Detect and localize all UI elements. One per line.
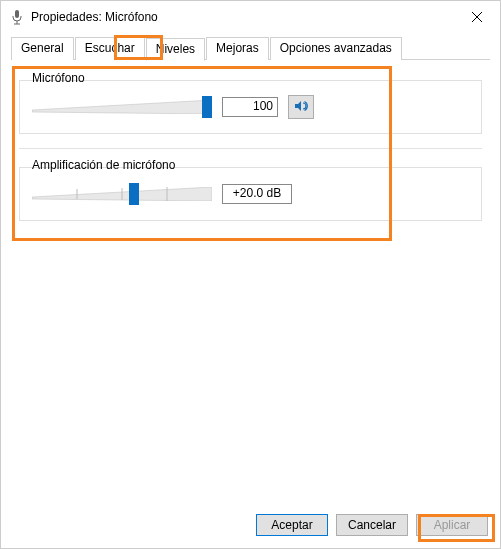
microphone-icon — [9, 9, 25, 25]
tab-general[interactable]: General — [11, 37, 74, 60]
close-button[interactable] — [454, 1, 500, 33]
svg-marker-5 — [32, 100, 212, 114]
label-amplificacion: Amplificación de micrófono — [32, 158, 469, 172]
slider-amplificacion[interactable] — [32, 182, 212, 206]
tab-content-niveles: Micrófono 100 Amplifi — [1, 60, 500, 245]
window-title: Propiedades: Micrófono — [31, 10, 454, 24]
mute-button-microfono[interactable] — [288, 95, 314, 119]
aceptar-button[interactable]: Aceptar — [256, 514, 328, 536]
svg-marker-6 — [295, 101, 301, 111]
group-microfono: Micrófono 100 — [19, 80, 482, 134]
label-microfono: Micrófono — [32, 71, 469, 85]
title-bar: Propiedades: Micrófono — [1, 1, 500, 33]
divider — [19, 148, 482, 149]
tab-niveles[interactable]: Niveles — [146, 38, 205, 61]
aplicar-button[interactable]: Aplicar — [416, 514, 488, 536]
tab-mejoras[interactable]: Mejoras — [206, 37, 269, 60]
slider-thumb-amplificacion[interactable] — [129, 183, 139, 205]
slider-microfono[interactable] — [32, 95, 212, 119]
value-microfono[interactable]: 100 — [222, 97, 278, 117]
tab-opciones-avanzadas[interactable]: Opciones avanzadas — [270, 37, 402, 60]
slider-thumb-microfono[interactable] — [202, 96, 212, 118]
tab-strip: General Escuchar Niveles Mejoras Opcione… — [1, 33, 500, 60]
value-amplificacion[interactable]: +20.0 dB — [222, 184, 292, 204]
speaker-icon — [293, 98, 309, 117]
svg-rect-0 — [15, 10, 19, 18]
dialog-button-bar: Aceptar Cancelar Aplicar — [256, 514, 488, 536]
group-amplificacion: Amplificación de micrófono +20.0 dB — [19, 167, 482, 221]
tab-escuchar[interactable]: Escuchar — [75, 37, 145, 60]
cancelar-button[interactable]: Cancelar — [336, 514, 408, 536]
